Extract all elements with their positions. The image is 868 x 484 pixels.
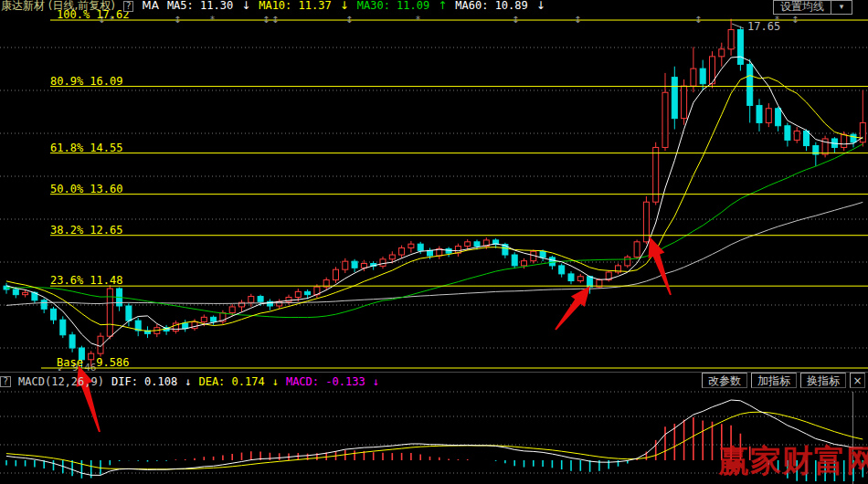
set-ma-button[interactable]: 设置均线 — [773, 0, 831, 15]
macd-header: ? MACD(12,26,9) DIF: 0.108 ↓ DEA: 0.174 … — [0, 374, 694, 389]
candle-body — [333, 269, 339, 279]
candle-body — [183, 323, 188, 329]
ma5-value: MA5: 11.30 — [167, 0, 233, 12]
macd-indicator-name: MACD(12,26,9) — [18, 375, 104, 388]
stock-chart-window: 康达新材 (日线,前复权) ? MA MA5: 11.30 ↓ MA10: 11… — [0, 0, 868, 484]
candle-body — [672, 78, 677, 119]
candle-body — [522, 261, 527, 266]
stock-title: 康达新材 (日线,前复权) — [1, 0, 115, 12]
candle-body — [625, 257, 630, 265]
fib-handle-icon[interactable]: ↕ — [345, 15, 353, 25]
candle-body — [776, 109, 781, 126]
candle-body — [757, 105, 762, 122]
candle-body — [643, 202, 649, 242]
ma10-down-arrow-icon: ↓ — [340, 0, 349, 12]
candle-body — [41, 300, 47, 309]
candle-body — [728, 29, 734, 48]
candle-body — [428, 250, 433, 256]
candle-body — [568, 274, 574, 281]
ma60-down-arrow-icon: ↓ — [536, 0, 545, 12]
candle-body — [766, 109, 771, 123]
candle-body — [126, 306, 132, 321]
peak-price-label: 17.65 — [747, 20, 780, 33]
ma10-value: MA10: 11.37 — [259, 0, 331, 12]
candle-body — [682, 86, 687, 119]
candle-body — [737, 29, 743, 64]
candle-body — [804, 131, 810, 145]
candle-body — [295, 291, 301, 297]
candle-body — [361, 264, 366, 268]
candle-body — [842, 134, 847, 147]
ma-indicator-label: MA — [142, 0, 159, 12]
fib-handle-icon[interactable]: ↕ — [574, 15, 581, 25]
candle-body — [258, 297, 263, 302]
ma5-down-arrow-icon: ↓ — [241, 0, 250, 12]
close-icon[interactable]: × — [850, 373, 865, 388]
macd-help-icon[interactable]: ? — [0, 376, 11, 387]
candle-body — [408, 244, 414, 247]
chart-canvas[interactable]: ↕*↕*↕↕↕*↕↕↕*↕ — [0, 0, 868, 484]
dif-down-arrow-icon: ↓ — [185, 375, 191, 388]
ma10-line — [6, 76, 863, 331]
candle-body — [860, 122, 865, 142]
candle-body — [352, 261, 357, 268]
candle-body — [201, 317, 206, 321]
fib-handle-icon[interactable]: ↕ — [694, 15, 702, 25]
candle-body — [662, 92, 668, 147]
candle-body — [107, 289, 112, 336]
candle-body — [380, 259, 386, 267]
candle-body — [559, 266, 565, 274]
add-indicator-button[interactable]: 加指标 — [751, 373, 797, 388]
fib-handle-icon[interactable]: ↕ — [174, 15, 181, 25]
macd-down-arrow-icon: ↓ — [373, 375, 379, 388]
candle-body — [549, 258, 555, 266]
peak-pointer-line — [732, 24, 744, 28]
ma30-up-arrow-icon: ↑ — [438, 0, 447, 12]
candle-body — [249, 297, 254, 303]
fib-handle-icon[interactable]: ↕ — [271, 15, 279, 25]
candle-body — [747, 64, 753, 105]
candle-body — [343, 261, 348, 269]
fib-base-label: Base 9.586 — [57, 356, 129, 369]
ma30-line — [6, 144, 863, 318]
dea-value: DEA: 0.174 — [198, 375, 264, 388]
candle-body — [465, 242, 471, 247]
candle-body — [13, 289, 18, 295]
watermark: 赢家财富网 — [718, 440, 868, 482]
candle-body — [192, 322, 197, 329]
fib-level-label-38-2: 38.2% 12.65 — [50, 224, 122, 237]
candle-body — [634, 242, 640, 258]
change-params-button[interactable]: 改参数 — [702, 373, 747, 388]
fib-handle-icon[interactable]: ↕ — [512, 15, 519, 25]
candle-body — [719, 49, 725, 57]
help-icon[interactable]: ? — [123, 1, 133, 12]
switch-indicator-button[interactable]: 换指标 — [800, 373, 846, 388]
fib-handle-icon[interactable]: ↕ — [262, 15, 270, 25]
candle-body — [794, 131, 799, 140]
fib-handle-icon[interactable]: * — [416, 15, 420, 25]
ma60-value: MA60: 10.89 — [455, 0, 527, 12]
candle-body — [51, 309, 57, 320]
macd-button-group: 改参数 加指标 换指标 × — [702, 373, 865, 388]
fib-handle-icon[interactable]: ↕ — [791, 15, 799, 25]
top-toolbar: 康达新材 (日线,前复权) ? MA MA5: 11.30 ↓ MA10: 11… — [0, 0, 868, 12]
candle-body — [389, 255, 395, 259]
candle-body — [587, 277, 593, 287]
candle-body — [512, 255, 517, 266]
fib-level-label-61-8: 61.8% 14.55 — [50, 142, 122, 154]
candle-body — [785, 126, 790, 141]
chevron-down-icon[interactable]: ▾ — [831, 0, 852, 15]
candle-body — [229, 307, 235, 313]
candle-body — [474, 242, 480, 247]
candle-body — [540, 251, 545, 258]
fib-handle-icon[interactable]: * — [210, 15, 215, 25]
ma30-value: MA30: 11.09 — [357, 0, 429, 12]
candle-body — [60, 320, 66, 335]
dif-value: DIF: 0.108 — [111, 375, 177, 388]
fib-level-label-23-6: 23.6% 11.48 — [50, 274, 122, 287]
fib-level-label-50-0: 50.0% 13.60 — [50, 183, 122, 195]
macd-value: MACD: -0.133 — [286, 375, 365, 388]
candle-body — [418, 244, 423, 250]
candle-body — [577, 277, 583, 281]
candle-body — [69, 335, 75, 348]
